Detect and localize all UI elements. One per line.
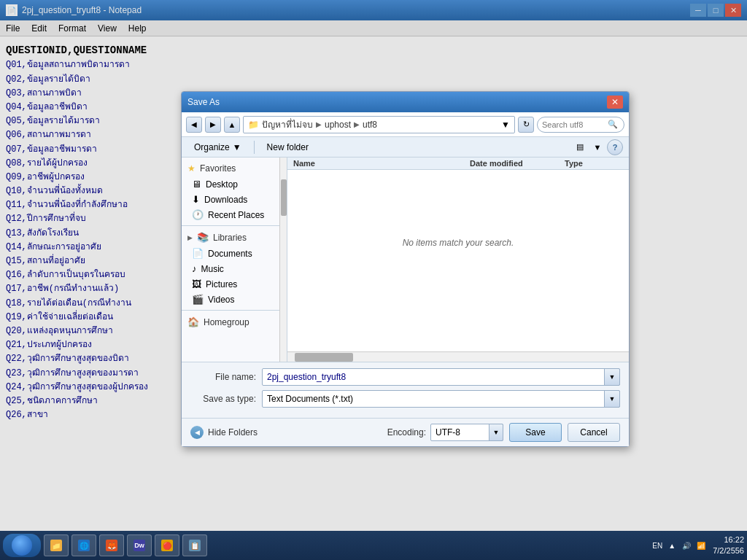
recent-icon: 🕐 [192, 209, 204, 220]
refresh-button[interactable]: ↻ [518, 117, 534, 133]
nav-videos-label: Videos [208, 295, 234, 305]
filetype-wrapper: Text Documents (*.txt) ▼ [262, 390, 620, 408]
expand-arrow: ▶ [187, 234, 193, 241]
filetype-select[interactable]: Text Documents (*.txt) [262, 390, 620, 408]
filename-input[interactable] [262, 368, 620, 386]
cancel-button[interactable]: Cancel [568, 423, 620, 442]
volume-icon: 🔊 [681, 540, 692, 551]
nav-scrollbar-thumb [281, 179, 287, 216]
path-dropdown[interactable]: ▼ [501, 120, 510, 130]
filename-wrapper: ▼ [262, 368, 620, 386]
col-type-header: Type [565, 159, 623, 168]
address-path[interactable]: 📁 ปัญหาที่ไม่จบ ▶ uphost ▶ utf8 ▼ [243, 116, 515, 133]
search-input[interactable] [542, 120, 608, 129]
signal-icon: 📶 [695, 540, 707, 551]
nav-videos[interactable]: 🎬 Videos [182, 292, 287, 307]
clock-time: 16:22 [713, 534, 744, 545]
nav-downloads-label: Downloads [204, 195, 247, 205]
dialog-footer: File name: ▼ Save as type: Text Document… [182, 362, 629, 418]
documents-icon: 📄 [192, 248, 204, 259]
col-name-header: Name [293, 159, 470, 168]
back-button[interactable]: ◀ [186, 117, 202, 133]
homegroup-label: Homegroup [204, 317, 249, 327]
filename-label: File name: [190, 372, 256, 382]
save-button[interactable]: Save [509, 423, 562, 442]
nav-downloads[interactable]: ⬇ Downloads [182, 192, 287, 207]
favorites-section[interactable]: ★ Favorites [182, 160, 287, 176]
encoding-select[interactable]: UTF-8 [430, 424, 503, 441]
start-button[interactable] [3, 534, 41, 557]
homegroup-section[interactable]: 🏠 Homegroup [182, 314, 287, 330]
desktop-icon: 🖥 [192, 179, 201, 190]
encoding-section: Encoding: UTF-8 ▼ [387, 424, 503, 441]
dw-icon: Dw [133, 540, 145, 551]
hscroll-thumb [295, 353, 353, 362]
libraries-label: Libraries [213, 233, 247, 243]
firefox-icon: 🦊 [106, 540, 117, 551]
nav-music-label: Music [201, 264, 224, 274]
homegroup-icon: 🏠 [187, 316, 199, 327]
hide-folders-icon: ◀ [190, 426, 204, 439]
help-button[interactable]: ? [607, 139, 623, 155]
toolbar-separator [254, 141, 255, 154]
save-dialog: Save As ✕ ◀ ▶ ▲ 📁 ปัญหาที่ไม่จบ ▶ uphost… [181, 91, 630, 447]
nav-recent[interactable]: 🕐 Recent Places [182, 207, 287, 222]
dialog-title-text: Save As [187, 97, 220, 107]
nav-pictures[interactable]: 🖼 Pictures [182, 276, 287, 292]
taskbar-app-chrome[interactable]: 🔴 [155, 534, 179, 556]
libraries-section[interactable]: ▶ 📚 Libraries [182, 229, 287, 246]
taskbar-right: EN ▲ 🔊 📶 16:22 7/2/2556 [651, 534, 744, 557]
pictures-icon: 🖼 [192, 279, 201, 289]
up-button[interactable]: ▲ [224, 117, 240, 133]
path-part3: utf8 [363, 120, 377, 130]
hscroll[interactable] [287, 351, 629, 362]
nav-scrollbar[interactable] [279, 158, 287, 362]
taskbar-app-explorer[interactable]: 📁 [44, 534, 69, 556]
nav-desktop[interactable]: 🖥 Desktop [182, 176, 287, 192]
chrome-icon: 🔴 [161, 540, 173, 551]
dialog-body: ★ Favorites 🖥 Desktop ⬇ Downloads 🕐 Rece… [182, 158, 629, 362]
library-icon: 📚 [197, 232, 209, 243]
dialog-actions: ◀ Hide Folders Encoding: UTF-8 ▼ Save Ca… [182, 418, 629, 446]
organize-button[interactable]: Organize ▼ [187, 140, 248, 155]
forward-button[interactable]: ▶ [205, 117, 221, 133]
clock-date: 7/2/2556 [713, 545, 744, 556]
taskbar-app-misc[interactable]: 📋 [182, 534, 207, 556]
hide-folders-label: Hide Folders [208, 427, 258, 438]
search-box[interactable]: 🔍 [537, 117, 624, 133]
videos-icon: 🎬 [192, 294, 204, 305]
dialog-addressbar: ◀ ▶ ▲ 📁 ปัญหาที่ไม่จบ ▶ uphost ▶ utf8 ▼ … [182, 112, 629, 137]
dialog-close-button[interactable]: ✕ [607, 96, 623, 109]
taskbar: 📁 🌐 🦊 Dw 🔴 📋 EN ▲ 🔊 📶 16:22 7/2/2556 [0, 531, 747, 560]
nav-music[interactable]: ♪ Music [182, 261, 287, 276]
col-modified-header: Date modified [470, 159, 565, 168]
view-list-button[interactable]: ▤ [572, 139, 588, 155]
dialog-overlay: Save As ✕ ◀ ▶ ▲ 📁 ปัญหาที่ไม่จบ ▶ uphost… [0, 0, 747, 531]
star-icon: ★ [187, 163, 196, 174]
ie-icon: 🌐 [78, 540, 90, 551]
path-icon: 📁 [248, 120, 259, 130]
explorer-icon: 📁 [50, 540, 62, 551]
new-folder-button[interactable]: New folder [260, 140, 315, 155]
nav-documents[interactable]: 📄 Documents [182, 246, 287, 261]
dialog-titlebar: Save As ✕ [182, 92, 629, 112]
dialog-toolbar: Organize ▼ New folder ▤ ▼ ? [182, 137, 629, 158]
filelist-outer: Name Date modified Type No items match y… [287, 158, 629, 362]
taskbar-app-ff[interactable]: 🦊 [99, 534, 124, 556]
path-arrow1: ▶ [316, 120, 322, 128]
music-icon: ♪ [192, 263, 197, 274]
organize-label: Organize [194, 142, 230, 152]
lang-indicator: EN [651, 540, 663, 551]
taskbar-app-dw[interactable]: Dw [127, 534, 152, 556]
network-icon: ▲ [666, 540, 678, 551]
path-part1: ปัญหาที่ไม่จบ [262, 117, 313, 131]
hide-folders-button[interactable]: ◀ Hide Folders [190, 426, 258, 439]
path-part2: uphost [325, 120, 351, 130]
filetype-row: Save as type: Text Documents (*.txt) ▼ [190, 390, 620, 408]
filelist-header: Name Date modified Type [287, 158, 629, 170]
dialog-nav: ★ Favorites 🖥 Desktop ⬇ Downloads 🕐 Rece… [182, 158, 287, 362]
filetype-label: Save as type: [190, 394, 256, 404]
view-dropdown-button[interactable]: ▼ [589, 139, 605, 155]
search-icon: 🔍 [608, 120, 618, 129]
taskbar-app-ie[interactable]: 🌐 [71, 534, 96, 556]
